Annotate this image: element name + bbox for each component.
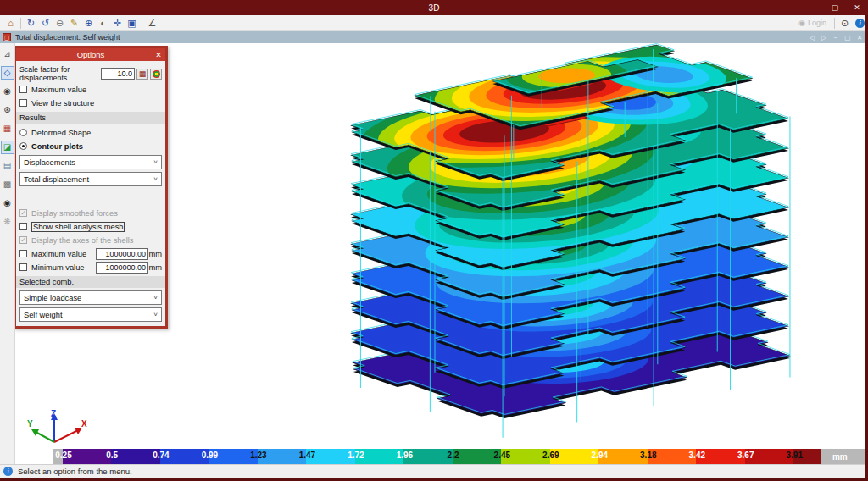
child-window-icon: ❑ xyxy=(3,33,11,41)
child-window-title: Total displacement: Self weight xyxy=(15,33,120,41)
chevron-down-icon: ˅ xyxy=(153,158,158,166)
application-window: 3D ▢✕ ⌂↻↺⊖✎⊕◐✛▣∠ ◉ Login ⊙ i ❑ Total dis… xyxy=(0,0,868,481)
color-scale-segment: 0.25 xyxy=(63,449,111,464)
y-axis-label: Y xyxy=(27,419,33,428)
previous-view-icon[interactable]: ▣ xyxy=(125,17,139,30)
color-scale-value: 2.69 xyxy=(542,451,559,460)
zoom-fit-icon[interactable]: ✛ xyxy=(110,17,125,30)
close-icon[interactable]: ✕ xyxy=(152,51,165,59)
contour-plots-label: Contour plots xyxy=(31,142,83,151)
model-viewport[interactable]: Z X Y 0.250.50.740.991.231.471.721.962.2… xyxy=(15,43,868,464)
status-bar: i Select an option from the menu. xyxy=(0,464,868,478)
deformed-shape-radio[interactable] xyxy=(19,129,27,136)
previous-window-button[interactable]: ◁ xyxy=(806,34,818,41)
rainbow-icon xyxy=(153,70,160,78)
coordinate-axes-triad: Z X Y xyxy=(27,408,88,447)
toolbar-separator xyxy=(834,18,835,29)
minimum-value-checkbox[interactable] xyxy=(19,263,27,271)
camera-eye-icon[interactable]: ◉ xyxy=(1,85,14,98)
result-type-dropdown[interactable]: Displacements ˅ xyxy=(19,155,162,169)
minimum-value-label: Minimum value xyxy=(31,263,85,272)
drafting-angle-icon[interactable]: ⊿ xyxy=(1,47,14,61)
smoothed-forces-checkbox: ✓ xyxy=(19,209,27,217)
ruler-icon[interactable]: ▤ xyxy=(1,159,14,173)
minimize-child-button[interactable]: − xyxy=(830,34,842,41)
left-tool-sidebar: ⊿◇◉⊛▦◪▤▩◉❋ xyxy=(0,43,15,464)
maximum-value-top-checkbox[interactable] xyxy=(19,86,27,93)
scale-factor-input[interactable]: 10.0 xyxy=(101,68,135,80)
rotate-icon[interactable]: ↻ xyxy=(24,17,38,30)
contour-palette-button[interactable] xyxy=(150,69,162,80)
window-titlebar: 3D ▢✕ xyxy=(0,0,868,15)
color-scale-value: 0.99 xyxy=(202,451,218,460)
perspective-icon[interactable]: ∠ xyxy=(145,17,159,30)
main-toolbar: ⌂↻↺⊖✎⊕◐✛▣∠ ◉ Login ⊙ i xyxy=(0,15,868,31)
shield-icon[interactable]: ◇ xyxy=(1,66,14,80)
next-window-button[interactable]: ▷ xyxy=(818,34,830,41)
color-scale-value: 2.45 xyxy=(494,451,510,460)
redraw-icon[interactable]: ✎ xyxy=(67,17,81,30)
search-icon[interactable]: ⊙ xyxy=(837,17,852,30)
chevron-down-icon: ˅ xyxy=(153,311,158,318)
contour-plots-radio[interactable] xyxy=(19,142,27,150)
color-scale-value: 1.23 xyxy=(250,451,266,460)
orbit-icon[interactable]: ↺ xyxy=(38,17,53,30)
window-title: 3D xyxy=(429,3,440,13)
color-scale-value: 2.94 xyxy=(592,451,608,460)
info-status-icon: i xyxy=(3,467,13,476)
toolbar-separator xyxy=(20,18,21,29)
maximum-value-label: Maximum value xyxy=(31,250,86,258)
color-scale-value: 0.5 xyxy=(106,451,118,460)
color-scale-value: 3.42 xyxy=(689,451,705,460)
minimum-unit-label: mm xyxy=(148,263,162,272)
selected-comb-section-header: Selected comb. xyxy=(16,276,165,288)
load-case-dropdown[interactable]: Self weight ˅ xyxy=(19,307,162,322)
render-mode-icon[interactable]: ◪ xyxy=(1,141,14,154)
options-panel: ✕ Options ✕ Scale factor for displacemen… xyxy=(15,46,168,329)
chevron-down-icon: ˅ xyxy=(153,294,158,301)
cube-icon[interactable]: ▩ xyxy=(1,178,14,191)
login-button[interactable]: ◉ Login xyxy=(798,19,826,27)
info-icon[interactable]: i xyxy=(855,19,865,28)
shell-axes-checkbox: ✓ xyxy=(19,236,27,244)
maximum-value-input[interactable]: 1000000.00 xyxy=(96,248,148,260)
combination-type-dropdown[interactable]: Simple loadcase ˅ xyxy=(19,290,162,305)
child-window-titlebar: ❑ Total displacement: Self weight ◁▷−▢✕ xyxy=(0,31,868,43)
window-frame-bottom xyxy=(0,478,868,481)
color-legend-button[interactable]: ▦ xyxy=(136,69,148,80)
result-component-dropdown[interactable]: Total displacement ˅ xyxy=(19,172,162,186)
close-child-button[interactable]: ✕ xyxy=(854,34,865,41)
maximum-value-top-label: Maximum value xyxy=(31,86,86,94)
display-icon[interactable]: ▦ xyxy=(1,122,14,135)
restore-child-button[interactable]: ▢ xyxy=(842,34,854,41)
maximum-value-checkbox[interactable] xyxy=(19,250,27,257)
zoom-in-icon[interactable]: ⊕ xyxy=(81,17,96,30)
orbit-sphere-icon[interactable]: ⊛ xyxy=(1,103,14,117)
minimum-value-input[interactable]: -1000000.00 xyxy=(96,262,148,274)
view-structure-checkbox[interactable] xyxy=(19,99,27,107)
exit-icon[interactable]: ⌂ xyxy=(3,17,18,30)
wireframe-icon[interactable]: ❋ xyxy=(1,215,14,229)
color-scale-value: 3.67 xyxy=(737,451,754,460)
maximize-button[interactable]: ▢ xyxy=(824,3,846,12)
scale-factor-label: Scale factor for displacements xyxy=(19,65,101,82)
zoom-out-icon[interactable]: ⊖ xyxy=(53,17,67,30)
shell-mesh-label: Show shell analysis mesh xyxy=(31,222,125,232)
color-scale-value: 1.47 xyxy=(299,451,315,460)
close-button[interactable]: ✕ xyxy=(846,3,868,12)
color-scale-value: 3.18 xyxy=(640,451,656,460)
shell-axes-label: Display the axes of the shells xyxy=(31,236,133,245)
color-scale-value: 1.72 xyxy=(348,451,364,460)
options-panel-titlebar[interactable]: ✕ Options ✕ xyxy=(16,48,165,61)
x-axis-label: X xyxy=(81,419,87,428)
visibility-icon[interactable]: ◉ xyxy=(1,196,14,210)
color-scale-value: 0.25 xyxy=(55,451,71,460)
pan-icon[interactable]: ◐ xyxy=(96,17,110,30)
maximum-unit-label: mm xyxy=(148,250,162,258)
chevron-down-icon: ˅ xyxy=(153,175,158,183)
palette-icon: ▦ xyxy=(139,70,147,78)
results-section-header: Results xyxy=(16,112,165,124)
color-scale-segment: 3.91 xyxy=(793,449,821,464)
options-panel-title: Options xyxy=(30,50,152,59)
shell-mesh-checkbox[interactable] xyxy=(19,223,27,230)
